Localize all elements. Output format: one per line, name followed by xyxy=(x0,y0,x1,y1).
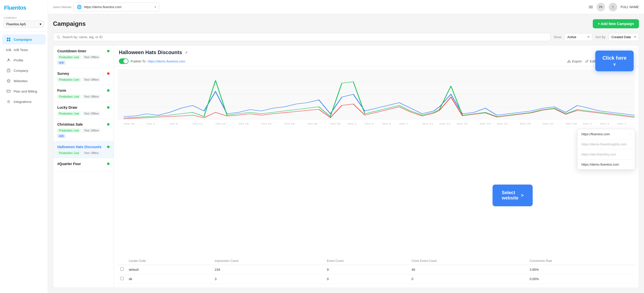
campaign-tags-survey: Production: Live Test: Offline xyxy=(57,78,110,82)
click-here-overlay[interactable]: Click here ∨ xyxy=(595,51,634,71)
svg-text:Oct 30: Oct 30 xyxy=(330,123,341,125)
company-selector-area: Company Fluentos ApS ▾ xyxy=(0,15,48,32)
globe-icon xyxy=(6,78,11,83)
ab-icon: A/B xyxy=(6,47,11,52)
dropdown-item-fluentos[interactable]: https://fluentos.com › xyxy=(577,129,635,139)
dropdown-url-3: https://dev.fluenthq.com xyxy=(581,152,616,156)
svg-rect-11 xyxy=(7,90,10,93)
website-selector-wrapper: Select Website 🌐 https://demo.fluentos.c… xyxy=(53,3,220,11)
topbar: Select Website 🌐 https://demo.fluentos.c… xyxy=(48,0,644,14)
external-link-icon[interactable]: ↗ xyxy=(185,51,188,55)
edit-icon xyxy=(585,59,589,63)
show-select[interactable]: Active All Inactive xyxy=(564,33,592,41)
svg-text:Oct 22: Oct 22 xyxy=(262,123,272,125)
campaign-tags-form: Production: Live Test: Offline xyxy=(57,95,110,99)
sort-select[interactable]: Created Date Name xyxy=(609,33,639,41)
show-label: Show: xyxy=(554,35,562,39)
sidebar-label-billing: Plan and Billing xyxy=(14,89,37,93)
edit-button[interactable]: Edit xyxy=(585,59,596,63)
card-icon xyxy=(6,89,11,94)
table-row: dk 3 0 0 0.00% xyxy=(118,274,635,284)
tag-production-live: Production: Live xyxy=(57,55,81,59)
status-dot-luckydraw xyxy=(107,106,110,109)
table-header-close-events: Close Event Count xyxy=(409,257,527,265)
campaign-item-form[interactable]: Form Production: Live Test: Offline xyxy=(53,85,114,102)
dropdown-arrow-1: › xyxy=(630,132,631,136)
svg-text:Oct 8: Oct 8 xyxy=(170,123,178,125)
events-default: 9 xyxy=(324,265,409,274)
app-logo: Fluentos xyxy=(0,0,48,15)
campaign-item-survey[interactable]: Survey Production: Live Test: Offline xyxy=(53,68,114,85)
campaign-name-form: Form xyxy=(57,88,66,93)
search-box[interactable] xyxy=(53,33,551,41)
select-website-button[interactable]: Select website > xyxy=(493,185,533,206)
mail-icon[interactable]: ✉ xyxy=(589,4,593,10)
tag-test-offline: Test: Offline xyxy=(82,55,100,59)
tag-production-live-2: Production: Live xyxy=(57,78,81,82)
sidebar-item-billing[interactable]: Plan and Billing xyxy=(2,86,46,96)
campaign-name-christmas: Christmas Sale xyxy=(57,122,83,126)
svg-text:Oct 26: Oct 26 xyxy=(285,123,295,125)
campaign-item-halloween[interactable]: Halloween Hats Discounts Production: Liv… xyxy=(53,141,114,158)
campaign-tags-luckydraw: Production: Live Test: Offline xyxy=(57,111,110,116)
page-content: Campaigns + Add New Campaign Show: Activ… xyxy=(48,14,644,293)
sidebar: Fluentos Company Fluentos ApS ▾ Campaign… xyxy=(0,0,48,293)
svg-rect-3 xyxy=(9,40,10,41)
svg-text:Dec 3: Dec 3 xyxy=(600,123,609,125)
page-title: Campaigns xyxy=(53,20,86,27)
publish-toggle-area: Publish To https://demo.fluentos.com xyxy=(119,58,185,64)
svg-text:Nov 5: Nov 5 xyxy=(382,123,391,125)
svg-text:Nov 11: Nov 11 xyxy=(422,123,433,125)
avatar[interactable] xyxy=(609,3,617,11)
company-dropdown[interactable]: Fluentos ApS ▾ xyxy=(4,20,44,28)
settings-icon xyxy=(6,99,11,104)
export-button[interactable]: Export xyxy=(567,59,582,63)
publish-toggle[interactable] xyxy=(119,58,128,64)
search-input[interactable] xyxy=(62,35,547,39)
campaign-name-luckydraw: Lucky Draw xyxy=(57,105,77,109)
svg-rect-0 xyxy=(7,38,8,39)
sidebar-item-campaigns[interactable]: Campaigns xyxy=(2,34,46,44)
svg-text:Nov 27: Nov 27 xyxy=(543,123,554,125)
username-label: FULL NAME xyxy=(621,5,639,9)
website-dropdown: https://fluentos.com › https://demo.flue… xyxy=(577,129,635,170)
campaign-tags-christmas: Production: Live Test: Offline A/B xyxy=(57,128,110,138)
campaign-item-luckydraw[interactable]: Lucky Draw Production: Live Test: Offlin… xyxy=(53,102,114,119)
select-website-arrow-icon: > xyxy=(521,193,524,198)
sidebar-item-integrations[interactable]: Integrations xyxy=(2,97,46,107)
row-checkbox-2[interactable] xyxy=(120,277,124,280)
row-checkbox-1[interactable] xyxy=(120,267,124,271)
sidebar-item-websites[interactable]: Websites xyxy=(2,76,46,86)
svg-text:Nov 15: Nov 15 xyxy=(457,123,468,125)
add-campaign-button[interactable]: + Add New Campaign xyxy=(593,19,639,28)
sort-label: Sort By: xyxy=(595,35,606,39)
campaign-item-quarterfour[interactable]: #Quarter Four xyxy=(53,158,114,171)
main-panel: Countdown timer Production: Live Test: O… xyxy=(53,45,639,288)
table-header-impressions: Impression Count xyxy=(212,257,324,265)
publish-label: Publish To xyxy=(131,59,146,63)
svg-text:Nov 21: Nov 21 xyxy=(497,123,508,125)
svg-rect-2 xyxy=(7,40,8,41)
tag-test-offline-3: Test: Offline xyxy=(82,95,100,99)
sidebar-item-ab[interactable]: A/B A/B Tests xyxy=(2,45,46,55)
website-select-dropdown[interactable]: 🌐 https://demo.fluentos.com ▾ xyxy=(73,3,159,11)
table-header-locale: Locale Code xyxy=(126,257,212,265)
sidebar-item-company[interactable]: Company xyxy=(2,65,46,76)
progress-circle[interactable]: 1% xyxy=(597,3,605,11)
close-events-default: 46 xyxy=(409,265,527,274)
select-website-label: Select website xyxy=(502,190,518,201)
svg-text:Nov 29: Nov 29 xyxy=(566,123,577,125)
campaign-item-christmas[interactable]: Christmas Sale Production: Live Test: Of… xyxy=(53,119,114,141)
svg-text:Oct 12: Oct 12 xyxy=(193,123,203,125)
dropdown-item-demo-fluentos[interactable]: https://demo.fluentos.com xyxy=(577,160,635,169)
svg-text:Oct 18: Oct 18 xyxy=(239,123,249,125)
campaign-item-countdown[interactable]: Countdown timer Production: Live Test: O… xyxy=(53,46,114,68)
svg-text:Nov 25: Nov 25 xyxy=(520,123,531,125)
svg-rect-5 xyxy=(7,70,10,72)
globe-small-icon: 🌐 xyxy=(77,5,82,9)
svg-point-4 xyxy=(8,59,9,60)
sidebar-item-profile[interactable]: Profile xyxy=(2,55,46,65)
dropdown-item-demo-insights[interactable]: https://demo.fluentinsights.com xyxy=(577,139,635,149)
dropdown-item-dev-hub[interactable]: https://dev.fluenthq.com xyxy=(577,149,635,160)
sidebar-label-campaigns: Campaigns xyxy=(14,38,32,41)
